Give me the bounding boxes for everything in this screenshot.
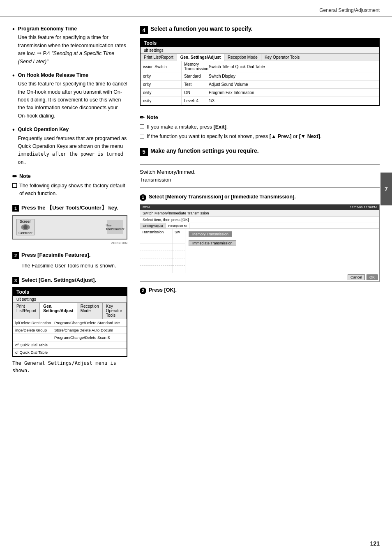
cell-left: ority [141, 81, 182, 88]
cell-mid: Standard [182, 72, 206, 80]
mem-row-dotted-4 [140, 266, 173, 273]
mem-mid-dot4 [173, 266, 185, 273]
step-5-text: Make any function settings you require. [150, 147, 259, 155]
table-row: Program/Change/Delete Scan S [13, 334, 127, 341]
mem-row-dotted-3 [140, 258, 173, 266]
cell-right: Program/Change/Delete Scan S [52, 334, 127, 341]
sub-step-1-number: 1 [140, 194, 146, 201]
mem-header-left: RDN [143, 205, 150, 209]
step-2-description: The Facsimile User Tools menu is shown. [21, 262, 127, 270]
bullet-item-3-title: Quick Operation Key [18, 126, 127, 134]
mem-option-immediate[interactable]: Immediate Transmission [187, 240, 378, 247]
sub-step-2-text: Press [OK]. [149, 287, 177, 294]
tab-key-operator[interactable]: Key Operator Tools [103, 303, 127, 319]
page-header: General Setting/Adjustment [0, 0, 392, 17]
cancel-button[interactable]: Cancel [348, 274, 365, 280]
tab-reception-mode-lg[interactable]: Reception Mode [224, 54, 261, 61]
mem-option-memory[interactable]: Memory Transmission [187, 230, 378, 238]
step-2-number: 2 [12, 252, 19, 259]
bullet-item-3-body: Frequently used features that are progra… [18, 136, 127, 165]
screen-mockup: Screen Contrast User Tool/Counter [12, 215, 127, 240]
screen-contrast-label: Contrast [18, 231, 32, 235]
bullet-item-2-title: On Hook Mode Release Time [18, 71, 127, 79]
tools-tabs-small: Print List/Report Gen. Settings/Adjust R… [13, 303, 127, 319]
note-checkbox-1 [12, 183, 17, 188]
tab-gen-settings[interactable]: Gen. Settings/Adjust [40, 303, 77, 319]
tab-reception-mode[interactable]: Reception Mode [77, 303, 103, 319]
mem-row-dotted-1 [140, 244, 173, 251]
table-row: osity ON Program Fax Information [141, 89, 379, 97]
tools-table-small: Tools ult settings Print List/Report Gen… [12, 287, 127, 357]
note-label-left: Note [19, 173, 31, 179]
step-1: 1 Press the 【User Tools/Counter】 key. Sc… [12, 204, 127, 245]
tools-subheader-small: ult settings [13, 296, 127, 303]
cell-right: Program/Change/Delete Standard Me [52, 319, 127, 326]
bullet-item-3-text: Quick Operation Key Frequently used feat… [18, 126, 127, 166]
mem-mid-dot3 [173, 258, 185, 266]
step-3-text: Select [Gen. Settings/Adjust]. [21, 276, 96, 284]
mem-screen-sub: Select Item, then press [OK] [140, 217, 379, 223]
side-tab: 7 [380, 173, 392, 205]
section-title-line1: Switch Memory/Immed. [140, 169, 196, 175]
mem-screen-footer: Cancel OK [140, 273, 379, 281]
mem-mid-panel: Sw [173, 229, 185, 273]
tab-print-list-lg[interactable]: Print List/Report [141, 54, 177, 61]
mem-header-right: 12/02/00 12:56PM [350, 205, 377, 209]
mem-screen-title: Switch Memory/Immediate Transmission [140, 210, 379, 217]
screen-left: Screen Contrast [16, 219, 35, 235]
mem-label-transmission: Transmission [140, 229, 173, 236]
sub-step-2-header: 2 Press [OK]. [140, 287, 380, 294]
section-divider-title: Switch Memory/Immed. Transmission [140, 168, 380, 184]
table-row: ission Switch Memory Transmission Switch… [141, 61, 379, 72]
mem-value-sw: Sw [173, 229, 185, 236]
step-2-text: Press [Facsimile Features]. [21, 251, 90, 259]
mem-tab-setting[interactable]: Setting/Adjust [140, 223, 166, 228]
mem-tab-reception[interactable]: Reception M [166, 223, 189, 228]
tab-key-operator-lg[interactable]: Key Operator Tools [261, 54, 303, 61]
step-2: 2 Press [Facsimile Features]. The Facsim… [12, 251, 127, 270]
bullet-dot: • [12, 24, 15, 66]
screen-label: Screen [20, 219, 32, 223]
cell-right: Program Fax Information [206, 89, 379, 97]
table-row: ority Standard Switch Display [141, 72, 379, 81]
cell-left: osity [141, 97, 182, 105]
table-row: ority Test Adjust Sound Volume [141, 81, 379, 89]
image-code: ZD3S010N [12, 241, 127, 245]
table-row: iy/Delete Destination Program/Change/Del… [13, 319, 127, 327]
tools-subheader-large: ult settings [141, 47, 379, 54]
mem-row-empty-1 [140, 236, 173, 244]
note-item-right-2: If the function you want to specify is n… [140, 133, 380, 140]
mem-options: Memory Transmission Immediate Transmissi… [185, 229, 379, 249]
sub-step-2: 2 Press [OK]. [140, 287, 380, 294]
step-5-number: 5 [140, 148, 148, 156]
header-title: General Setting/Adjustment [319, 7, 380, 13]
page-number: 121 [370, 540, 380, 547]
sub-step-1-header: 1 Select [Memory Transmission] or [Immed… [140, 193, 380, 201]
ok-button[interactable]: OK [367, 274, 378, 280]
cell-right: 1/3 [206, 97, 379, 105]
mem-mid-dot2 [173, 251, 185, 258]
left-column: • Program Economy Time Use this feature … [12, 25, 127, 381]
table-row: of Quick Dial Table [13, 341, 127, 349]
step-4-number: 4 [140, 26, 148, 34]
step-3-description: The General Settings/Adjust menu is show… [12, 359, 127, 374]
user-tools-icon: User Tool/Counter [106, 223, 124, 231]
sub-step-1-text: Select [Memory Transmission] or [Immedia… [149, 193, 296, 201]
screen-circle-icon [21, 224, 30, 230]
cell-left: ority [141, 72, 182, 80]
tab-print-list[interactable]: Print List/Report [13, 303, 40, 319]
note-icon-left: ✏ [12, 173, 17, 180]
step-5: 5 Make any function settings you require… [140, 147, 380, 156]
table-row: inge/Delete Group Store/Change/Delete Au… [13, 327, 127, 334]
cell-mid: Level: 4 [182, 97, 206, 105]
tab-gen-settings-lg[interactable]: Gen. Settings/Adjust [177, 54, 224, 61]
memory-screen: RDN 12/02/00 12:56PM Switch Memory/Immed… [140, 204, 380, 282]
step-5-header: 5 Make any function settings you require… [140, 147, 380, 156]
mem-option-memory-btn[interactable]: Memory Transmission [189, 231, 232, 237]
cell-right: Switch Title of Quick Dial Table [206, 61, 379, 72]
table-row: osity Level: 4 1/3 [141, 97, 379, 105]
cell-mid: Test [182, 81, 206, 88]
user-tools-button[interactable]: User Tool/Counter [107, 220, 123, 234]
mem-option-immediate-btn[interactable]: Immediate Transmission [189, 240, 236, 246]
page-container: General Setting/Adjustment 7 • Program E… [0, 0, 392, 555]
